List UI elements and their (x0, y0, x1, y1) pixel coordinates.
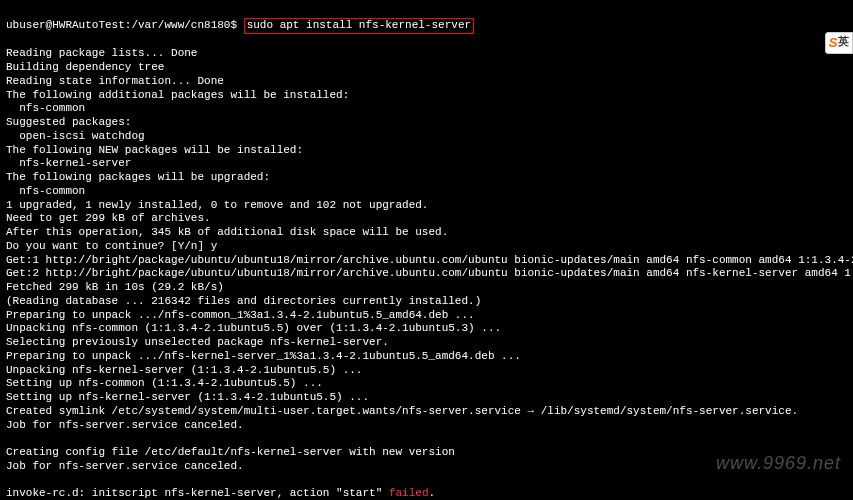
output-line: (Reading database ... 216342 files and d… (6, 295, 847, 309)
output-line: nfs-common (6, 102, 847, 116)
output-line: nfs-kernel-server (6, 157, 847, 171)
terminal-output[interactable]: ubuser@HWRAutoTest:/var/www/cn8180$ sudo… (0, 0, 853, 500)
invoke-line: invoke-rc.d: initscript nfs-kernel-serve… (6, 487, 847, 500)
output-line: Reading state information... Done (6, 75, 847, 89)
output-line: After this operation, 345 kB of addition… (6, 226, 847, 240)
output-line (6, 432, 847, 446)
output-line: Created symlink /etc/systemd/system/mult… (6, 405, 847, 419)
output-line: Do you want to continue? [Y/n] y (6, 240, 847, 254)
shell-prompt: ubuser@HWRAutoTest:/var/www/cn8180$ (6, 19, 244, 31)
output-line: Preparing to unpack .../nfs-kernel-serve… (6, 350, 847, 364)
ime-badge[interactable]: S 英 (825, 32, 853, 54)
output-line: Setting up nfs-kernel-server (1:1.3.4-2.… (6, 391, 847, 405)
command-line: ubuser@HWRAutoTest:/var/www/cn8180$ sudo… (6, 18, 847, 34)
output-line: 1 upgraded, 1 newly installed, 0 to remo… (6, 199, 847, 213)
watermark-text: www.9969.net (716, 452, 841, 475)
output-line: Job for nfs-server.service canceled. (6, 419, 847, 433)
output-line: Selecting previously unselected package … (6, 336, 847, 350)
output-line: Setting up nfs-common (1:1.3.4-2.1ubuntu… (6, 377, 847, 391)
output-line: Unpacking nfs-kernel-server (1:1.3.4-2.1… (6, 364, 847, 378)
output-line: Preparing to unpack .../nfs-common_1%3a1… (6, 309, 847, 323)
output-line: The following packages will be upgraded: (6, 171, 847, 185)
command-highlight: sudo apt install nfs-kernel-server (244, 18, 474, 34)
output-line: Building dependency tree (6, 61, 847, 75)
ime-lang-label: 英 (838, 36, 849, 50)
output-line: The following additional packages will b… (6, 89, 847, 103)
output-line: Get:1 http://bright/package/ubuntu/ubunt… (6, 254, 847, 268)
output-line: nfs-common (6, 185, 847, 199)
output-line: Get:2 http://bright/package/ubuntu/ubunt… (6, 267, 847, 281)
output-line: open-iscsi watchdog (6, 130, 847, 144)
output-line: Suggested packages: (6, 116, 847, 130)
output-line: Need to get 299 kB of archives. (6, 212, 847, 226)
output-line: Fetched 299 kB in 10s (29.2 kB/s) (6, 281, 847, 295)
ime-s-icon: S (829, 35, 838, 51)
output-line: The following NEW packages will be insta… (6, 144, 847, 158)
output-line: Unpacking nfs-common (1:1.3.4-2.1ubuntu5… (6, 322, 847, 336)
output-line: Reading package lists... Done (6, 47, 847, 61)
